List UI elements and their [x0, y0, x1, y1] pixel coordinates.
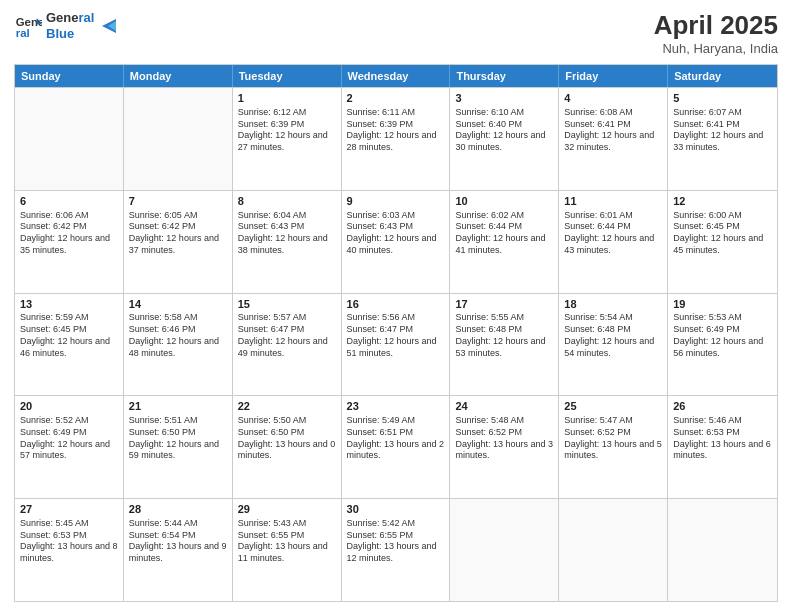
day-cell-17: 17Sunrise: 5:55 AM Sunset: 6:48 PM Dayli… [450, 294, 559, 396]
day-cell-16: 16Sunrise: 5:56 AM Sunset: 6:47 PM Dayli… [342, 294, 451, 396]
day-number: 17 [455, 297, 553, 312]
header-day-friday: Friday [559, 65, 668, 87]
logo-general: General [46, 10, 94, 26]
day-number: 7 [129, 194, 227, 209]
day-info: Sunrise: 6:12 AM Sunset: 6:39 PM Dayligh… [238, 107, 336, 154]
day-info: Sunrise: 6:03 AM Sunset: 6:43 PM Dayligh… [347, 210, 445, 257]
day-cell-1: 1Sunrise: 6:12 AM Sunset: 6:39 PM Daylig… [233, 88, 342, 190]
title-block: April 2025 Nuh, Haryana, India [654, 10, 778, 56]
day-info: Sunrise: 5:45 AM Sunset: 6:53 PM Dayligh… [20, 518, 118, 565]
header-day-sunday: Sunday [15, 65, 124, 87]
day-number: 5 [673, 91, 772, 106]
day-info: Sunrise: 5:54 AM Sunset: 6:48 PM Dayligh… [564, 312, 662, 359]
empty-cell-4-5 [559, 499, 668, 601]
day-number: 28 [129, 502, 227, 517]
day-info: Sunrise: 5:50 AM Sunset: 6:50 PM Dayligh… [238, 415, 336, 462]
day-number: 8 [238, 194, 336, 209]
day-cell-18: 18Sunrise: 5:54 AM Sunset: 6:48 PM Dayli… [559, 294, 668, 396]
empty-cell-0-1 [124, 88, 233, 190]
day-number: 29 [238, 502, 336, 517]
day-cell-9: 9Sunrise: 6:03 AM Sunset: 6:43 PM Daylig… [342, 191, 451, 293]
day-info: Sunrise: 5:46 AM Sunset: 6:53 PM Dayligh… [673, 415, 772, 462]
week-row-5: 27Sunrise: 5:45 AM Sunset: 6:53 PM Dayli… [15, 498, 777, 601]
day-info: Sunrise: 6:06 AM Sunset: 6:42 PM Dayligh… [20, 210, 118, 257]
day-info: Sunrise: 5:44 AM Sunset: 6:54 PM Dayligh… [129, 518, 227, 565]
calendar-body: 1Sunrise: 6:12 AM Sunset: 6:39 PM Daylig… [15, 87, 777, 601]
day-info: Sunrise: 6:05 AM Sunset: 6:42 PM Dayligh… [129, 210, 227, 257]
day-number: 10 [455, 194, 553, 209]
day-number: 23 [347, 399, 445, 414]
day-info: Sunrise: 5:55 AM Sunset: 6:48 PM Dayligh… [455, 312, 553, 359]
day-number: 16 [347, 297, 445, 312]
day-cell-14: 14Sunrise: 5:58 AM Sunset: 6:46 PM Dayli… [124, 294, 233, 396]
day-number: 14 [129, 297, 227, 312]
day-info: Sunrise: 5:42 AM Sunset: 6:55 PM Dayligh… [347, 518, 445, 565]
day-cell-7: 7Sunrise: 6:05 AM Sunset: 6:42 PM Daylig… [124, 191, 233, 293]
day-number: 4 [564, 91, 662, 106]
day-cell-2: 2Sunrise: 6:11 AM Sunset: 6:39 PM Daylig… [342, 88, 451, 190]
day-number: 18 [564, 297, 662, 312]
day-number: 26 [673, 399, 772, 414]
day-cell-26: 26Sunrise: 5:46 AM Sunset: 6:53 PM Dayli… [668, 396, 777, 498]
day-info: Sunrise: 5:58 AM Sunset: 6:46 PM Dayligh… [129, 312, 227, 359]
logo-arrow-icon [98, 15, 120, 37]
day-cell-25: 25Sunrise: 5:47 AM Sunset: 6:52 PM Dayli… [559, 396, 668, 498]
day-cell-3: 3Sunrise: 6:10 AM Sunset: 6:40 PM Daylig… [450, 88, 559, 190]
calendar-header-row: SundayMondayTuesdayWednesdayThursdayFrid… [15, 65, 777, 87]
day-info: Sunrise: 5:47 AM Sunset: 6:52 PM Dayligh… [564, 415, 662, 462]
day-info: Sunrise: 5:59 AM Sunset: 6:45 PM Dayligh… [20, 312, 118, 359]
day-cell-27: 27Sunrise: 5:45 AM Sunset: 6:53 PM Dayli… [15, 499, 124, 601]
day-number: 6 [20, 194, 118, 209]
week-row-4: 20Sunrise: 5:52 AM Sunset: 6:49 PM Dayli… [15, 395, 777, 498]
day-info: Sunrise: 6:04 AM Sunset: 6:43 PM Dayligh… [238, 210, 336, 257]
day-info: Sunrise: 6:10 AM Sunset: 6:40 PM Dayligh… [455, 107, 553, 154]
day-info: Sunrise: 5:57 AM Sunset: 6:47 PM Dayligh… [238, 312, 336, 359]
day-cell-21: 21Sunrise: 5:51 AM Sunset: 6:50 PM Dayli… [124, 396, 233, 498]
day-cell-28: 28Sunrise: 5:44 AM Sunset: 6:54 PM Dayli… [124, 499, 233, 601]
day-cell-22: 22Sunrise: 5:50 AM Sunset: 6:50 PM Dayli… [233, 396, 342, 498]
day-cell-4: 4Sunrise: 6:08 AM Sunset: 6:41 PM Daylig… [559, 88, 668, 190]
header: Gene ral General Blue April 2025 Nuh, Ha… [14, 10, 778, 56]
day-number: 21 [129, 399, 227, 414]
day-number: 15 [238, 297, 336, 312]
day-cell-5: 5Sunrise: 6:07 AM Sunset: 6:41 PM Daylig… [668, 88, 777, 190]
day-cell-8: 8Sunrise: 6:04 AM Sunset: 6:43 PM Daylig… [233, 191, 342, 293]
svg-text:ral: ral [16, 27, 30, 39]
day-info: Sunrise: 6:02 AM Sunset: 6:44 PM Dayligh… [455, 210, 553, 257]
day-info: Sunrise: 6:00 AM Sunset: 6:45 PM Dayligh… [673, 210, 772, 257]
day-number: 13 [20, 297, 118, 312]
day-cell-23: 23Sunrise: 5:49 AM Sunset: 6:51 PM Dayli… [342, 396, 451, 498]
empty-cell-4-4 [450, 499, 559, 601]
header-day-thursday: Thursday [450, 65, 559, 87]
day-cell-11: 11Sunrise: 6:01 AM Sunset: 6:44 PM Dayli… [559, 191, 668, 293]
day-info: Sunrise: 6:08 AM Sunset: 6:41 PM Dayligh… [564, 107, 662, 154]
day-number: 25 [564, 399, 662, 414]
day-number: 12 [673, 194, 772, 209]
empty-cell-4-6 [668, 499, 777, 601]
week-row-1: 1Sunrise: 6:12 AM Sunset: 6:39 PM Daylig… [15, 87, 777, 190]
page: Gene ral General Blue April 2025 Nuh, Ha… [0, 0, 792, 612]
day-info: Sunrise: 5:43 AM Sunset: 6:55 PM Dayligh… [238, 518, 336, 565]
day-info: Sunrise: 5:48 AM Sunset: 6:52 PM Dayligh… [455, 415, 553, 462]
day-cell-12: 12Sunrise: 6:00 AM Sunset: 6:45 PM Dayli… [668, 191, 777, 293]
day-number: 20 [20, 399, 118, 414]
month-year-title: April 2025 [654, 10, 778, 41]
week-row-2: 6Sunrise: 6:06 AM Sunset: 6:42 PM Daylig… [15, 190, 777, 293]
header-day-monday: Monday [124, 65, 233, 87]
day-info: Sunrise: 6:11 AM Sunset: 6:39 PM Dayligh… [347, 107, 445, 154]
day-info: Sunrise: 6:07 AM Sunset: 6:41 PM Dayligh… [673, 107, 772, 154]
day-cell-24: 24Sunrise: 5:48 AM Sunset: 6:52 PM Dayli… [450, 396, 559, 498]
calendar: SundayMondayTuesdayWednesdayThursdayFrid… [14, 64, 778, 602]
header-day-tuesday: Tuesday [233, 65, 342, 87]
day-cell-20: 20Sunrise: 5:52 AM Sunset: 6:49 PM Dayli… [15, 396, 124, 498]
day-number: 24 [455, 399, 553, 414]
day-number: 19 [673, 297, 772, 312]
day-cell-10: 10Sunrise: 6:02 AM Sunset: 6:44 PM Dayli… [450, 191, 559, 293]
day-number: 22 [238, 399, 336, 414]
logo-icon: Gene ral [14, 12, 42, 40]
logo-blue: Blue [46, 26, 94, 42]
day-info: Sunrise: 5:49 AM Sunset: 6:51 PM Dayligh… [347, 415, 445, 462]
header-day-wednesday: Wednesday [342, 65, 451, 87]
day-number: 3 [455, 91, 553, 106]
empty-cell-0-0 [15, 88, 124, 190]
